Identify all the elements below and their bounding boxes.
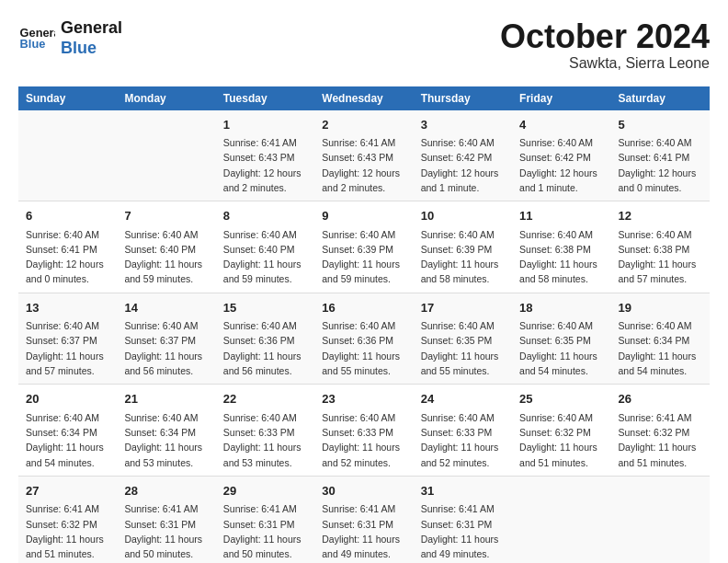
day-number: 4	[519, 116, 603, 134]
calendar-cell: 5Sunrise: 6:40 AM Sunset: 6:41 PM Daylig…	[611, 110, 710, 201]
calendar-cell: 1Sunrise: 6:41 AM Sunset: 6:43 PM Daylig…	[216, 110, 314, 201]
calendar-cell: 31Sunrise: 6:41 AM Sunset: 6:31 PM Dayli…	[414, 476, 512, 563]
day-number: 15	[223, 299, 307, 317]
day-info: Sunrise: 6:40 AM Sunset: 6:36 PM Dayligh…	[322, 318, 405, 378]
day-number: 21	[124, 390, 208, 408]
day-number: 25	[519, 390, 603, 408]
day-info: Sunrise: 6:41 AM Sunset: 6:31 PM Dayligh…	[223, 501, 307, 561]
calendar-cell: 20Sunrise: 6:40 AM Sunset: 6:34 PM Dayli…	[18, 385, 117, 477]
page-header: General Blue General Blue October 2024 S…	[18, 18, 710, 72]
day-info: Sunrise: 6:41 AM Sunset: 6:32 PM Dayligh…	[26, 501, 109, 561]
calendar-cell: 15Sunrise: 6:40 AM Sunset: 6:36 PM Dayli…	[216, 293, 314, 385]
day-number: 13	[26, 299, 109, 317]
calendar-cell: 21Sunrise: 6:40 AM Sunset: 6:34 PM Dayli…	[117, 385, 215, 477]
calendar-cell: 29Sunrise: 6:41 AM Sunset: 6:31 PM Dayli…	[216, 476, 314, 563]
day-info: Sunrise: 6:40 AM Sunset: 6:39 PM Dayligh…	[322, 227, 405, 287]
calendar-cell: 27Sunrise: 6:41 AM Sunset: 6:32 PM Dayli…	[18, 476, 117, 563]
calendar-cell: 30Sunrise: 6:41 AM Sunset: 6:31 PM Dayli…	[314, 476, 413, 563]
logo-icon: General Blue	[18, 20, 55, 57]
day-info: Sunrise: 6:40 AM Sunset: 6:34 PM Dayligh…	[26, 410, 109, 470]
day-number: 6	[26, 207, 109, 225]
day-info: Sunrise: 6:40 AM Sunset: 6:39 PM Dayligh…	[421, 227, 505, 287]
day-info: Sunrise: 6:40 AM Sunset: 6:42 PM Dayligh…	[519, 135, 603, 195]
day-number: 19	[619, 299, 702, 317]
day-number: 11	[519, 207, 603, 225]
day-info: Sunrise: 6:40 AM Sunset: 6:36 PM Dayligh…	[223, 318, 307, 378]
day-number: 7	[124, 207, 208, 225]
calendar-cell: 18Sunrise: 6:40 AM Sunset: 6:35 PM Dayli…	[512, 293, 610, 385]
calendar-cell: 22Sunrise: 6:40 AM Sunset: 6:33 PM Dayli…	[216, 385, 314, 477]
month-title: October 2024	[500, 18, 710, 55]
weekday-header: Friday	[512, 86, 610, 110]
day-info: Sunrise: 6:41 AM Sunset: 6:43 PM Dayligh…	[223, 135, 307, 195]
day-number: 17	[421, 299, 505, 317]
calendar-cell: 14Sunrise: 6:40 AM Sunset: 6:37 PM Dayli…	[117, 293, 215, 385]
day-number: 23	[322, 390, 405, 408]
day-info: Sunrise: 6:40 AM Sunset: 6:41 PM Dayligh…	[26, 227, 109, 287]
day-number: 20	[26, 390, 109, 408]
calendar-cell	[117, 110, 215, 201]
svg-text:Blue: Blue	[20, 37, 46, 51]
location-subtitle: Sawkta, Sierra Leone	[500, 55, 710, 72]
day-info: Sunrise: 6:40 AM Sunset: 6:42 PM Dayligh…	[421, 135, 505, 195]
day-info: Sunrise: 6:40 AM Sunset: 6:33 PM Dayligh…	[421, 410, 505, 470]
day-info: Sunrise: 6:41 AM Sunset: 6:31 PM Dayligh…	[124, 501, 208, 561]
title-block: October 2024 Sawkta, Sierra Leone	[500, 18, 710, 72]
calendar-cell: 7Sunrise: 6:40 AM Sunset: 6:40 PM Daylig…	[117, 201, 215, 293]
day-number: 26	[619, 390, 702, 408]
logo-line1: General	[61, 18, 122, 39]
day-info: Sunrise: 6:40 AM Sunset: 6:37 PM Dayligh…	[124, 318, 208, 378]
calendar-cell: 12Sunrise: 6:40 AM Sunset: 6:38 PM Dayli…	[611, 201, 710, 293]
calendar-cell: 2Sunrise: 6:41 AM Sunset: 6:43 PM Daylig…	[314, 110, 413, 201]
day-number: 22	[223, 390, 307, 408]
day-number: 18	[519, 299, 603, 317]
calendar-cell: 19Sunrise: 6:40 AM Sunset: 6:34 PM Dayli…	[611, 293, 710, 385]
day-number: 1	[223, 116, 307, 134]
day-info: Sunrise: 6:40 AM Sunset: 6:40 PM Dayligh…	[223, 227, 307, 287]
day-number: 12	[619, 207, 702, 225]
calendar-cell: 8Sunrise: 6:40 AM Sunset: 6:40 PM Daylig…	[216, 201, 314, 293]
day-number: 24	[421, 390, 505, 408]
day-number: 28	[124, 482, 208, 500]
logo: General Blue General Blue	[18, 18, 122, 58]
weekday-header: Wednesday	[314, 86, 413, 110]
day-info: Sunrise: 6:40 AM Sunset: 6:40 PM Dayligh…	[124, 227, 208, 287]
calendar-cell: 6Sunrise: 6:40 AM Sunset: 6:41 PM Daylig…	[18, 201, 117, 293]
day-info: Sunrise: 6:40 AM Sunset: 6:37 PM Dayligh…	[26, 318, 109, 378]
weekday-header: Monday	[117, 86, 215, 110]
day-info: Sunrise: 6:41 AM Sunset: 6:32 PM Dayligh…	[619, 410, 702, 470]
calendar-cell	[18, 110, 117, 201]
calendar-cell: 28Sunrise: 6:41 AM Sunset: 6:31 PM Dayli…	[117, 476, 215, 563]
weekday-header: Thursday	[414, 86, 512, 110]
day-info: Sunrise: 6:40 AM Sunset: 6:35 PM Dayligh…	[519, 318, 603, 378]
day-info: Sunrise: 6:40 AM Sunset: 6:38 PM Dayligh…	[619, 227, 702, 287]
calendar-cell: 26Sunrise: 6:41 AM Sunset: 6:32 PM Dayli…	[611, 385, 710, 477]
day-number: 16	[322, 299, 405, 317]
calendar-cell	[512, 476, 610, 563]
calendar-cell: 4Sunrise: 6:40 AM Sunset: 6:42 PM Daylig…	[512, 110, 610, 201]
day-info: Sunrise: 6:40 AM Sunset: 6:33 PM Dayligh…	[322, 410, 405, 470]
day-number: 31	[421, 482, 505, 500]
calendar-cell: 17Sunrise: 6:40 AM Sunset: 6:35 PM Dayli…	[414, 293, 512, 385]
day-info: Sunrise: 6:41 AM Sunset: 6:43 PM Dayligh…	[322, 135, 405, 195]
day-info: Sunrise: 6:41 AM Sunset: 6:31 PM Dayligh…	[322, 501, 405, 561]
day-number: 8	[223, 207, 307, 225]
logo-line2: Blue	[61, 39, 122, 59]
calendar-cell: 25Sunrise: 6:40 AM Sunset: 6:32 PM Dayli…	[512, 385, 610, 477]
calendar-cell: 10Sunrise: 6:40 AM Sunset: 6:39 PM Dayli…	[414, 201, 512, 293]
day-info: Sunrise: 6:40 AM Sunset: 6:34 PM Dayligh…	[124, 410, 208, 470]
calendar-cell: 9Sunrise: 6:40 AM Sunset: 6:39 PM Daylig…	[314, 201, 413, 293]
day-number: 14	[124, 299, 208, 317]
day-number: 30	[322, 482, 405, 500]
weekday-header: Sunday	[18, 86, 117, 110]
day-info: Sunrise: 6:40 AM Sunset: 6:32 PM Dayligh…	[519, 410, 603, 470]
day-number: 29	[223, 482, 307, 500]
calendar-table: SundayMondayTuesdayWednesdayThursdayFrid…	[18, 86, 710, 563]
day-number: 27	[26, 482, 109, 500]
calendar-cell: 16Sunrise: 6:40 AM Sunset: 6:36 PM Dayli…	[314, 293, 413, 385]
day-number: 9	[322, 207, 405, 225]
day-info: Sunrise: 6:40 AM Sunset: 6:33 PM Dayligh…	[223, 410, 307, 470]
day-number: 3	[421, 116, 505, 134]
day-info: Sunrise: 6:40 AM Sunset: 6:41 PM Dayligh…	[619, 135, 702, 195]
calendar-cell: 23Sunrise: 6:40 AM Sunset: 6:33 PM Dayli…	[314, 385, 413, 477]
